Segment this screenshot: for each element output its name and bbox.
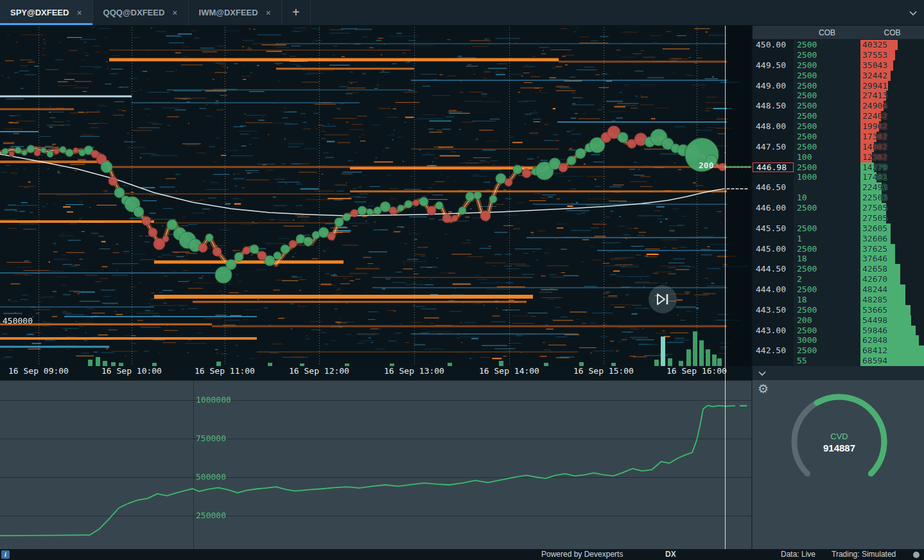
- price-cell: [753, 295, 794, 305]
- price-cell: [753, 356, 794, 366]
- ladder-row[interactable]: 443.50250053665: [753, 305, 924, 315]
- time-axis-label: 16 Sep 11:00: [189, 366, 260, 380]
- price-cell: [753, 172, 794, 182]
- cob-cumulative-cell: 48285: [860, 295, 924, 305]
- ladder-row[interactable]: 446.5022493: [753, 182, 924, 193]
- tab-qqq-dxfeed[interactable]: QQQ@DXFEED ×: [93, 0, 189, 25]
- ladder-row[interactable]: 250032442: [753, 71, 924, 81]
- cvd-chart-canvas[interactable]: [0, 380, 751, 549]
- cob-size-cell: 2500: [794, 50, 860, 60]
- cob-size-cell: 2500: [794, 264, 860, 274]
- cob-value: 14802: [862, 142, 887, 152]
- time-axis-label: 16 Sep 10:00: [96, 366, 167, 380]
- cob-cumulative-cell: 37646: [860, 254, 924, 264]
- cob-value: 24906: [862, 101, 887, 111]
- ladder-row[interactable]: 250037553: [753, 50, 924, 60]
- ladder-row[interactable]: 1022503: [753, 193, 924, 203]
- price-cell: [753, 274, 794, 284]
- ladder-row[interactable]: 448.50250024906: [753, 101, 924, 111]
- chevron-down-icon: [758, 371, 767, 376]
- ladder-row[interactable]: 445.50250032605: [753, 223, 924, 234]
- ladder-row[interactable]: 20054498: [753, 315, 924, 326]
- cob-size-cell: 2500: [794, 71, 860, 81]
- ladder-row[interactable]: 449.00250029941: [753, 81, 924, 91]
- tab-spy-dxfeed[interactable]: SPY@DXFEED ×: [0, 0, 93, 25]
- cob-value: 37553: [862, 50, 887, 60]
- cob-value: 68412: [862, 346, 887, 356]
- tabbar-menu-button[interactable]: [909, 0, 918, 26]
- ladder-row[interactable]: 250022402: [753, 111, 924, 121]
- info-icon[interactable]: i: [1, 550, 10, 559]
- ladder-row[interactable]: 446.00250027505: [753, 203, 924, 213]
- cob-value: 40325: [862, 40, 887, 50]
- cvd-axis-label: 1000000: [196, 395, 231, 405]
- cob-cumulative-cell: 24906: [860, 101, 924, 111]
- price-cell: 449.00: [753, 81, 794, 91]
- cob-size-cell: 2500: [794, 305, 860, 315]
- cob-value: 37646: [862, 254, 887, 264]
- cob-value: 68594: [862, 356, 887, 366]
- tab-iwm-dxfeed[interactable]: IWM@DXFEED ×: [189, 0, 282, 25]
- cob-value: 35043: [862, 60, 887, 71]
- ladder-row[interactable]: 10012302: [753, 152, 924, 162]
- time-axis-label: 16 Sep 15:00: [568, 366, 639, 380]
- cob-value: 17481: [862, 172, 887, 182]
- jump-to-latest-button[interactable]: [649, 285, 677, 313]
- ladder-row[interactable]: 300062848: [753, 335, 924, 346]
- close-icon[interactable]: ×: [266, 8, 271, 18]
- cob-cumulative-cell: 48244: [860, 284, 924, 295]
- ladder-row[interactable]: 5568594: [753, 356, 924, 366]
- ladder-row[interactable]: 132606: [753, 234, 924, 244]
- ladder-row[interactable]: 444.50250042658: [753, 264, 924, 274]
- close-icon[interactable]: ×: [172, 8, 177, 18]
- last-trade-size-label: 200: [699, 161, 713, 170]
- price-cell: 444.50: [753, 264, 794, 274]
- cob-cumulative-cell: 27505: [860, 213, 924, 223]
- cob-size-cell: [794, 182, 860, 193]
- cob-cumulative-cell: 37625: [860, 244, 924, 254]
- ladder-row[interactable]: 445.00250037625: [753, 244, 924, 254]
- cob-size-cell: 200: [794, 315, 860, 326]
- cob-cumulative-cell: 12302: [860, 152, 924, 162]
- ladder-row[interactable]: 27505: [753, 213, 924, 223]
- new-tab-button[interactable]: +: [282, 0, 311, 25]
- price-cell: 444.00: [753, 284, 794, 295]
- price-cell: 447.50: [753, 142, 794, 152]
- powered-by-label: Powered by Devexperts: [541, 550, 623, 559]
- time-axis-label: 16 Sep 13:00: [379, 366, 449, 380]
- ladder-row[interactable]: 449.50250035043: [753, 60, 924, 71]
- cob-value: 22402: [862, 111, 887, 121]
- ladder-row[interactable]: 242670: [753, 274, 924, 284]
- ladder-row[interactable]: 1848285: [753, 295, 924, 305]
- ladder-row[interactable]: 250027413: [753, 91, 924, 101]
- cob-cumulative-cell: 14279: [860, 162, 924, 173]
- cob-cumulative-cell: 37553: [860, 50, 924, 60]
- tab-bar: SPY@DXFEED × QQQ@DXFEED × IWM@DXFEED × +: [0, 0, 924, 26]
- cob-cumulative-column-header: COB: [860, 28, 924, 37]
- ladder-row[interactable]: 448.00250019902: [753, 121, 924, 132]
- ladder-collapse-strip[interactable]: [751, 366, 924, 380]
- heatmap-chart-canvas[interactable]: [0, 26, 751, 366]
- price-cell: 446.98: [753, 162, 794, 173]
- order-book-ladder[interactable]: COB COB 450.00250040325250037553449.5025…: [751, 26, 924, 366]
- connection-status-icon: [913, 552, 920, 558]
- time-axis[interactable]: 16 Sep 09:0016 Sep 10:0016 Sep 11:0016 S…: [0, 366, 751, 380]
- price-cell: 448.00: [753, 121, 794, 132]
- cob-value: 62848: [862, 335, 887, 346]
- ladder-row[interactable]: 443.00250059846: [753, 326, 924, 336]
- ladder-row[interactable]: 444.00250048244: [753, 284, 924, 295]
- cob-value: 22503: [862, 193, 887, 203]
- time-axis-label: 16 Sep 12:00: [284, 366, 354, 380]
- cob-value: 19902: [862, 121, 887, 132]
- ladder-row[interactable]: 447.50250014802: [753, 142, 924, 152]
- ladder-row[interactable]: 442.50250068412: [753, 346, 924, 356]
- ladder-row[interactable]: 1837646: [753, 254, 924, 264]
- cob-cumulative-cell: 32606: [860, 234, 924, 244]
- close-icon[interactable]: ×: [76, 8, 82, 18]
- ladder-row[interactable]: 250017302: [753, 132, 924, 142]
- cob-value: 14279: [862, 162, 887, 173]
- ladder-row[interactable]: 446.98250014279: [753, 162, 924, 173]
- cob-size-cell: 2500: [794, 60, 860, 71]
- ladder-row[interactable]: 450.00250040325: [753, 40, 924, 50]
- ladder-row[interactable]: 100017481: [753, 172, 924, 182]
